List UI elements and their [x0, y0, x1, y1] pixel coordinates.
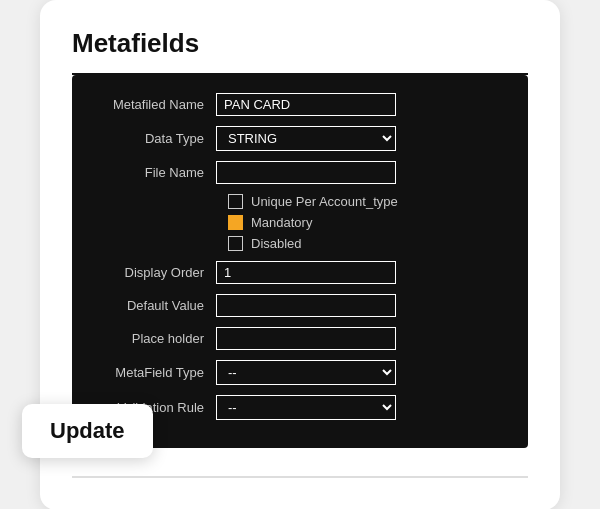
unique-checkbox[interactable]: [228, 194, 243, 209]
display-order-label: Display Order: [96, 265, 216, 280]
checkboxes-area: Unique Per Account_type Mandatory Disabl…: [228, 194, 504, 251]
mandatory-label: Mandatory: [251, 215, 312, 230]
validation-rule-row: Validation Rule -- REGEX RANGE: [96, 395, 504, 420]
disabled-checkbox[interactable]: [228, 236, 243, 251]
file-name-label: File Name: [96, 165, 216, 180]
metafield-type-label: MetaField Type: [96, 365, 216, 380]
default-value-row: Default Value: [96, 294, 504, 317]
disabled-label: Disabled: [251, 236, 302, 251]
file-name-row: File Name: [96, 161, 504, 184]
file-name-input[interactable]: [216, 161, 396, 184]
page-title: Metafields: [72, 28, 528, 59]
default-value-label: Default Value: [96, 298, 216, 313]
placeholder-row: Place holder: [96, 327, 504, 350]
metafields-card: Metafields Metafiled Name Data Type STRI…: [40, 0, 560, 509]
placeholder-input[interactable]: [216, 327, 396, 350]
mandatory-checkbox[interactable]: [228, 215, 243, 230]
data-type-select[interactable]: STRING NUMBER BOOLEAN DATE: [216, 126, 396, 151]
unique-label: Unique Per Account_type: [251, 194, 398, 209]
data-type-row: Data Type STRING NUMBER BOOLEAN DATE: [96, 126, 504, 151]
metafield-type-row: MetaField Type -- TEXT IMAGE FILE: [96, 360, 504, 385]
display-order-input[interactable]: [216, 261, 396, 284]
metafield-name-label: Metafiled Name: [96, 97, 216, 112]
disabled-row: Disabled: [228, 236, 504, 251]
mandatory-row: Mandatory: [228, 215, 504, 230]
validation-rule-select[interactable]: -- REGEX RANGE: [216, 395, 396, 420]
metafield-name-input[interactable]: [216, 93, 396, 116]
data-type-label: Data Type: [96, 131, 216, 146]
metafield-type-select[interactable]: -- TEXT IMAGE FILE: [216, 360, 396, 385]
unique-row: Unique Per Account_type: [228, 194, 504, 209]
placeholder-label: Place holder: [96, 331, 216, 346]
display-order-row: Display Order: [96, 261, 504, 284]
default-value-input[interactable]: [216, 294, 396, 317]
update-button[interactable]: Update: [22, 404, 153, 458]
metafield-name-row: Metafiled Name: [96, 93, 504, 116]
bottom-divider: [72, 476, 528, 478]
form-area: Metafiled Name Data Type STRING NUMBER B…: [72, 75, 528, 448]
